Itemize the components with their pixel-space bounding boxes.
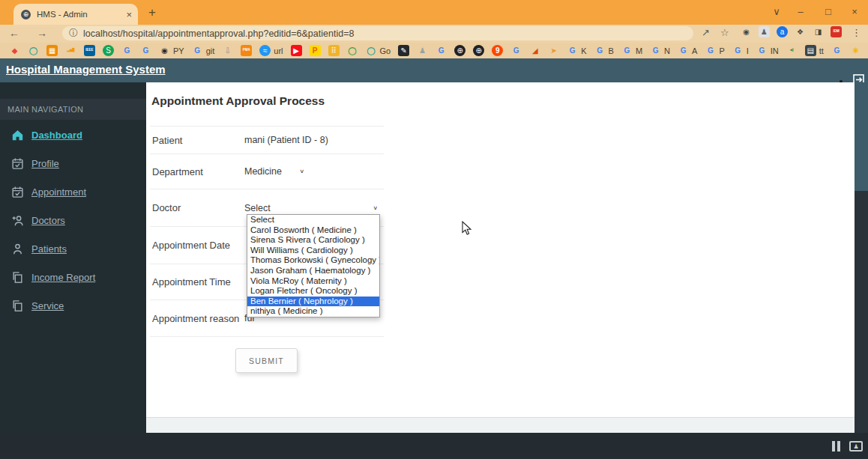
bookmark-matlab[interactable]: ◢ — [529, 45, 540, 56]
window-close-icon[interactable]: × — [847, 6, 862, 17]
doctor-select[interactable]: Select∨ — [244, 203, 378, 213]
bookmark-orange-hand[interactable]: ➤ — [548, 45, 559, 56]
dropdown-option[interactable]: Logan Fletcher ( Oncology ) — [247, 286, 379, 297]
bookmark-spark[interactable]: ◆ — [9, 45, 20, 56]
person-frame-icon[interactable]: ♟ — [849, 441, 863, 452]
back-icon[interactable]: ← — [9, 27, 19, 39]
bookmark-phpmyadmin: PMA — [241, 45, 252, 56]
bookmark-google[interactable]: GIN — [756, 45, 779, 56]
bookmark-dotted[interactable]: ⠿ — [328, 45, 340, 56]
doctor-dropdown-list: SelectCarol Bosworth ( Medicine )Sirena … — [247, 214, 380, 317]
sidebar-item-service[interactable]: Service — [0, 291, 146, 320]
bookmark-green-s[interactable]: S — [103, 45, 114, 56]
bookmark-orange-grid[interactable]: ▦ — [46, 45, 58, 56]
dropdown-option[interactable]: Will Williams ( Cardiology ) — [247, 246, 379, 256]
bookmark-google[interactable]: GM — [621, 45, 642, 56]
person-extension-icon[interactable]: ♟ — [759, 26, 770, 37]
bookmark-google[interactable]: GN — [650, 45, 670, 56]
dropdown-option[interactable]: nithiya ( Medicine ) — [247, 306, 379, 317]
bookmark-label: IN — [771, 46, 779, 55]
window-menu-icon[interactable]: ∨ — [769, 6, 784, 17]
sidebar-item-dashboard[interactable]: Dashboard — [0, 121, 146, 149]
bookmark-google[interactable]: GA — [678, 45, 697, 56]
url-text[interactable]: localhost/hospital/appointmentapproval.p… — [83, 28, 354, 39]
bookmark-google[interactable]: GK — [567, 45, 586, 56]
bookmark-pen[interactable]: ✎ — [398, 45, 409, 56]
bookmark-ieee[interactable]: IEEE — [84, 45, 95, 56]
mouse-cursor — [462, 221, 472, 236]
share-icon[interactable]: ↗ — [702, 27, 710, 38]
side-panel-icon[interactable]: ◨ — [813, 26, 824, 37]
bookmark-google[interactable]: Ggit — [192, 45, 215, 56]
sidebar-item-profile[interactable]: Profile — [0, 149, 146, 177]
bookmark-red-circle: 9 — [492, 45, 503, 56]
department-select[interactable]: Medicine∨ — [244, 166, 304, 177]
bookmark-google[interactable]: G — [435, 45, 447, 56]
idm-extension-icon[interactable]: IDM — [831, 26, 842, 37]
bookmark-green-ring[interactable]: ◯ — [347, 45, 358, 56]
page-title: Appointment Approval Process — [151, 94, 325, 108]
content-footer — [146, 417, 855, 433]
dropdown-option[interactable]: Jason Graham ( Haematology ) — [247, 266, 379, 276]
new-tab-button[interactable]: + — [148, 5, 156, 20]
bookmark-red-circle[interactable]: 9 — [492, 45, 503, 56]
sidebar-item-patients[interactable]: Patients — [0, 234, 146, 263]
pause-icon[interactable] — [832, 441, 840, 452]
url-bar[interactable]: ⓘ localhost/hospital/appointmentapproval… — [62, 26, 693, 40]
sidebar-item-appointment[interactable]: Appointment — [0, 177, 146, 206]
sidebar-section-label: MAIN NAVIGATION — [0, 99, 146, 120]
bookmark-star-icon[interactable]: ☆ — [720, 27, 729, 38]
bookmark-analytics[interactable]: ▂▅█ — [65, 45, 76, 56]
bottom-bar — [0, 433, 868, 459]
sidebar-item-doctors[interactable]: Doctors — [0, 206, 146, 234]
bookmark-download[interactable]: ⇩ — [222, 45, 233, 56]
a-extension-icon[interactable]: a — [777, 26, 788, 37]
bookmark-google: G — [567, 45, 578, 56]
bookmark-google: G — [621, 45, 633, 56]
home-icon — [11, 129, 24, 142]
bookmark-blue-swoosh[interactable]: ≈url — [259, 45, 283, 56]
bookmark-google[interactable]: G — [140, 45, 151, 56]
brand-link[interactable]: Hospital Management System — [6, 63, 166, 76]
dropdown-option[interactable]: Carol Bosworth ( Medicine ) — [247, 225, 379, 236]
bookmark-green-s: S — [103, 45, 114, 56]
browser-menu-icon[interactable]: ⋮ — [852, 27, 861, 38]
bookmark-printer[interactable]: ▤tt — [805, 45, 824, 56]
user-icon — [11, 243, 24, 255]
bookmark-globe[interactable]: ⊕ — [473, 45, 484, 56]
bookmark-phpmyadmin[interactable]: PMA — [241, 45, 252, 56]
forward-icon[interactable]: → — [37, 27, 47, 39]
bookmark-person[interactable]: ♟ — [417, 45, 428, 56]
bookmark-youtube[interactable]: ▶ — [291, 45, 302, 56]
dropdown-option[interactable]: Select — [247, 215, 379, 225]
dropdown-option[interactable]: Viola McRoy ( Maternity ) — [247, 276, 379, 287]
window-maximize-icon[interactable]: □ — [821, 6, 836, 17]
bookmark-google[interactable]: G — [510, 45, 522, 56]
bookmark-globe[interactable]: ⊕ — [454, 45, 465, 56]
sidebar-item-income-report[interactable]: Income Report — [0, 263, 146, 291]
field-value: mani (Patient ID - 8) — [244, 135, 328, 145]
bookmark-photos[interactable]: ✳ — [850, 45, 861, 56]
tab-close-icon[interactable]: × — [126, 9, 132, 20]
panda-extension-icon[interactable]: ◉ — [741, 26, 752, 37]
browser-tab[interactable]: ⊕ HMS - Admin × — [13, 4, 138, 25]
submit-button[interactable]: SUBMIT — [235, 348, 298, 373]
dropdown-option[interactable]: Ben Bernier ( Nephrology ) — [247, 297, 379, 307]
bookmark-swirl[interactable]: ◯ — [28, 45, 39, 56]
window-minimize-icon[interactable]: – — [793, 6, 808, 17]
puzzle-extensions-icon[interactable]: ❖ — [795, 26, 806, 37]
bookmark-speaker[interactable]: ◀) — [786, 45, 798, 56]
page-info-icon[interactable]: ⓘ — [69, 27, 78, 40]
bookmark-github[interactable]: ◉PY — [159, 45, 184, 56]
bookmark-yellow-p[interactable]: P — [310, 45, 321, 56]
bookmark-google[interactable]: GI — [732, 45, 749, 56]
bookmark-swirl: ◯ — [366, 45, 377, 56]
dropdown-option[interactable]: Thomas Borkowski ( Gynecology ) — [247, 255, 379, 266]
bookmark-google[interactable]: GP — [705, 45, 724, 56]
bookmark-google[interactable]: GB — [594, 45, 614, 56]
bookmark-pen: ✎ — [398, 45, 409, 56]
bookmark-swirl[interactable]: ◯Go — [366, 45, 391, 56]
bookmark-google[interactable]: G — [121, 45, 133, 56]
bookmark-google[interactable]: G — [831, 45, 843, 56]
dropdown-option[interactable]: Sirena S Rivera ( Cardiology ) — [247, 235, 379, 246]
